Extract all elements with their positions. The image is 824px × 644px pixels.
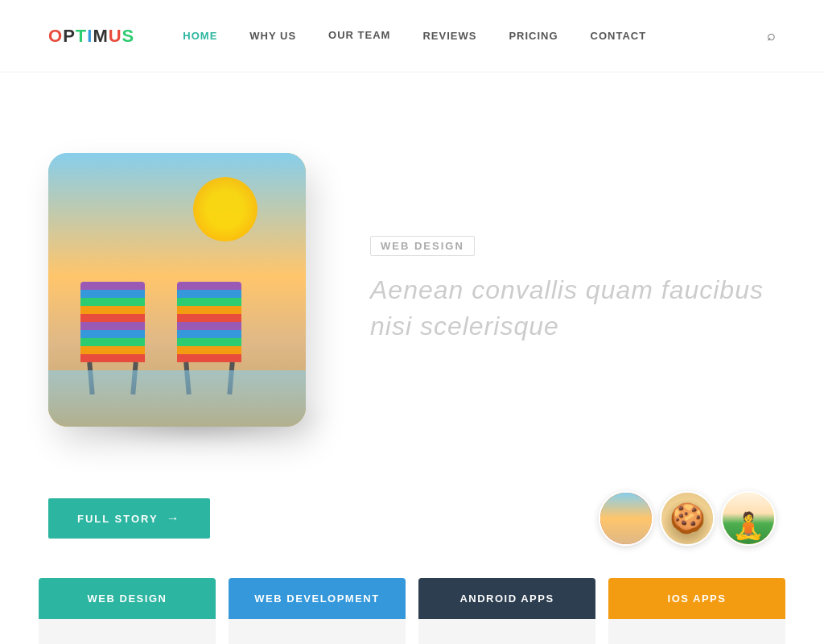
nav-contact[interactable]: CONTACT — [591, 30, 647, 42]
thumbnail-row: 🍪 🧘 — [599, 491, 776, 546]
web-design-header: WEB DESIGN — [39, 578, 216, 619]
nav-reviews[interactable]: REVIEWS — [422, 30, 476, 42]
nav-home[interactable]: HOME — [183, 30, 217, 42]
water-decoration — [48, 370, 306, 427]
navbar: OPTIMUS HOME WHY US OUR TEAM REVIEWS PRI… — [0, 0, 824, 72]
services-row: WEB DESIGN WEB DEVELOPMENT ANDROID APPS … — [0, 578, 824, 644]
sun-decoration — [193, 177, 258, 242]
hero-content: WEB DESIGN Aenean convallis quam faucibu… — [370, 236, 776, 345]
arrow-icon: → — [167, 511, 181, 526]
hero-image — [48, 153, 306, 427]
service-web-design[interactable]: WEB DESIGN — [39, 578, 216, 644]
nav-pricing[interactable]: PRICING — [509, 30, 558, 42]
thumb-person-icon: 🧘 — [723, 493, 774, 544]
full-story-button[interactable]: FULL STORY → — [48, 498, 210, 539]
nav-why-us[interactable]: WHY US — [249, 30, 296, 42]
logo[interactable]: OPTIMUS — [48, 26, 134, 47]
hero-title: Aenean convallis quam faucibus nisi scel… — [370, 272, 776, 345]
ios-body — [608, 619, 785, 644]
hero-image-wrap — [48, 153, 322, 427]
thumbnail-1[interactable] — [599, 491, 653, 546]
service-web-dev[interactable]: WEB DEVELOPMENT — [229, 578, 406, 644]
service-android[interactable]: ANDROID APPS — [418, 578, 595, 644]
thumb-cookie-icon: 🍪 — [661, 493, 713, 544]
thumbnail-2[interactable]: 🍪 — [660, 491, 715, 546]
full-story-label: FULL STORY — [77, 513, 159, 525]
web-dev-header: WEB DEVELOPMENT — [229, 578, 406, 619]
hero-tag: WEB DESIGN — [370, 236, 475, 256]
ios-header: IOS APPS — [608, 578, 785, 619]
nav-our-team[interactable]: OUR TEAM — [328, 29, 390, 43]
hero-bottom-row: FULL STORY → 🍪 🧘 — [0, 491, 824, 546]
thumb-beach-scene — [600, 493, 652, 544]
nav-links: HOME WHY US OUR TEAM REVIEWS PRICING CON… — [183, 29, 767, 43]
web-design-body — [39, 619, 216, 644]
android-header: ANDROID APPS — [418, 578, 595, 619]
hero-section: WEB DESIGN Aenean convallis quam faucibu… — [0, 72, 824, 491]
thumbnail-3[interactable]: 🧘 — [721, 491, 776, 546]
search-icon[interactable]: ⌕ — [767, 27, 776, 44]
beach-scene — [48, 153, 306, 427]
chair-left — [80, 282, 145, 362]
android-body — [418, 619, 595, 644]
service-ios[interactable]: IOS APPS — [608, 578, 785, 644]
web-dev-body — [229, 619, 406, 644]
chair-right — [177, 282, 241, 362]
